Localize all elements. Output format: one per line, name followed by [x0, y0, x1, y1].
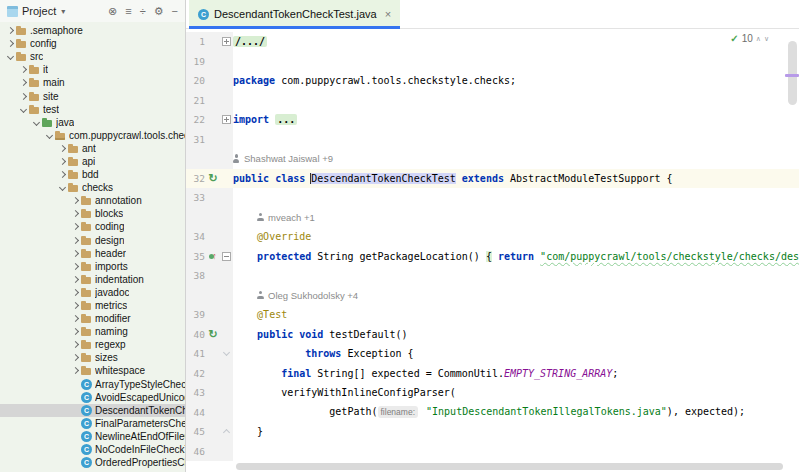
tree-item[interactable]: NewlineAtEndOfFileCheckTest — [0, 430, 185, 443]
gutter[interactable]: 20 — [186, 71, 233, 91]
code-line[interactable]: 43 verifyWithInlineConfigParser( — [186, 383, 799, 403]
code-line[interactable]: 41 throws Exception { — [186, 344, 799, 364]
code-line[interactable]: 42 final String[] expected = CommonUtil.… — [186, 364, 799, 384]
tree-item[interactable]: regexp — [0, 338, 185, 351]
chevron-right-icon[interactable] — [70, 261, 80, 271]
gutter[interactable]: 34 — [186, 227, 233, 247]
tree-item[interactable]: NoCodeInFileCheckTest — [0, 443, 185, 456]
chevron-right-icon[interactable] — [5, 26, 15, 36]
tree-item[interactable]: ant — [0, 142, 185, 155]
gutter[interactable]: 1 — [186, 32, 233, 52]
chevron-right-icon[interactable] — [70, 301, 80, 311]
tree-item[interactable]: imports — [0, 260, 185, 273]
chevron-right-icon[interactable] — [70, 209, 80, 219]
fold-range-icon[interactable] — [222, 427, 231, 436]
tree-item[interactable]: DescendantTokenCheckTest — [0, 404, 185, 417]
gutter[interactable]: 32↻ — [186, 169, 233, 189]
code-line[interactable]: 22import ... — [186, 110, 799, 130]
chevron-right-icon[interactable] — [18, 78, 28, 88]
code-line[interactable]: 34 @Override — [186, 227, 799, 247]
project-tree[interactable]: .semaphoreconfigsrcitmainsitetestjavacom… — [0, 22, 185, 472]
tree-item[interactable]: api — [0, 155, 185, 168]
code-line[interactable]: 1/.../ — [186, 32, 799, 52]
tree-item[interactable]: modifier — [0, 312, 185, 325]
tree-item[interactable]: sizes — [0, 351, 185, 364]
code-line[interactable]: 19 — [186, 52, 799, 72]
chevron-down-icon[interactable] — [18, 104, 28, 114]
tree-item[interactable]: blocks — [0, 207, 185, 220]
run-test-icon[interactable]: ↻ — [205, 173, 221, 184]
gutter[interactable]: 39 — [186, 305, 233, 325]
code-line[interactable]: 46 — [186, 442, 799, 462]
gutter[interactable]: 46 — [186, 442, 233, 462]
tree-item[interactable]: java — [0, 116, 185, 129]
gutter[interactable]: 41 — [186, 344, 233, 364]
tree-item[interactable]: AvoidEscapedUnicodeCharactersChe — [0, 391, 185, 404]
tree-item[interactable]: naming — [0, 325, 185, 338]
run-test-icon[interactable]: ↻ — [205, 329, 221, 340]
fold-collapse-icon[interactable] — [222, 252, 231, 261]
tree-item[interactable]: test — [0, 103, 185, 116]
code-author-annotation[interactable]: Shashwat Jaiswal +9 — [186, 149, 799, 169]
chevron-right-icon[interactable] — [70, 196, 80, 206]
select-opened-file-icon[interactable]: ⊗ — [108, 6, 117, 17]
code-line[interactable]: 33 — [186, 188, 799, 208]
code-line[interactable]: 39 @Test — [186, 305, 799, 325]
tree-item[interactable]: src — [0, 50, 185, 63]
chevron-right-icon[interactable] — [18, 65, 28, 75]
chevron-down-icon[interactable] — [57, 183, 67, 193]
tree-item[interactable]: config — [0, 37, 185, 50]
code-line[interactable]: 21 — [186, 91, 799, 111]
chevron-right-icon[interactable] — [70, 235, 80, 245]
gutter[interactable]: 21 — [186, 91, 233, 111]
chevron-right-icon[interactable] — [70, 327, 80, 337]
code-author-annotation[interactable]: Oleg Sukhodolsky +4 — [186, 286, 799, 306]
chevron-down-icon[interactable] — [31, 117, 41, 127]
chevron-right-icon[interactable] — [70, 287, 80, 297]
code-line[interactable]: 35↑ protected String getPackageLocation(… — [186, 247, 799, 267]
gutter[interactable]: 44 — [186, 403, 233, 423]
tree-item[interactable]: javadoc — [0, 286, 185, 299]
code-author-annotation[interactable]: mveach +1 — [186, 208, 799, 228]
fold-expand-icon[interactable] — [222, 115, 231, 124]
gutter[interactable]: 35↑ — [186, 247, 233, 267]
chevron-right-icon[interactable] — [70, 222, 80, 232]
vertical-scrollbar-thumb[interactable] — [788, 41, 797, 105]
tree-item[interactable]: com.puppycrawl.tools.checkstyle — [0, 129, 185, 142]
hide-panel-icon[interactable]: − — [172, 6, 178, 17]
code-line[interactable]: 31 — [186, 130, 799, 150]
gutter[interactable]: 43 — [186, 383, 233, 403]
tree-item[interactable]: .semaphore — [0, 24, 185, 37]
code-line[interactable]: 40↻ public void testDefault() — [186, 325, 799, 345]
tree-item[interactable]: OrderedPropertiesCheckTest — [0, 456, 185, 469]
code-line[interactable]: 38 — [186, 266, 799, 286]
chevron-right-icon[interactable] — [18, 91, 28, 101]
tree-item[interactable]: ArrayTypeStyleCheckTest — [0, 378, 185, 391]
fold-range-icon[interactable] — [222, 349, 231, 358]
editor-tab-active[interactable]: DescendantTokenCheckTest.java × — [189, 0, 400, 28]
tree-item[interactable]: main — [0, 76, 185, 89]
next-problem-icon[interactable]: ∨ — [764, 35, 769, 43]
gutter[interactable]: 38 — [186, 266, 233, 286]
overriding-method-icon[interactable]: ↑ — [205, 252, 221, 261]
chevron-right-icon[interactable] — [70, 248, 80, 258]
tree-item[interactable]: site — [0, 89, 185, 102]
horizontal-scrollbar[interactable] — [236, 463, 783, 470]
chevron-right-icon[interactable] — [57, 156, 67, 166]
tree-item[interactable]: header — [0, 247, 185, 260]
gutter[interactable]: 45 — [186, 422, 233, 442]
chevron-right-icon[interactable] — [70, 274, 80, 284]
code-line[interactable]: 45 } — [186, 422, 799, 442]
tree-item[interactable]: FinalParametersCheckTest — [0, 417, 185, 430]
tree-item[interactable]: whitespace — [0, 364, 185, 377]
chevron-right-icon[interactable] — [57, 170, 67, 180]
tree-item[interactable]: checks — [0, 181, 185, 194]
gutter[interactable]: 31 — [186, 130, 233, 150]
code-line[interactable]: 20package com.puppycrawl.tools.checkstyl… — [186, 71, 799, 91]
gutter[interactable]: 19 — [186, 52, 233, 72]
tree-item[interactable]: metrics — [0, 299, 185, 312]
chevron-down-icon[interactable] — [44, 130, 54, 140]
tree-item[interactable]: indentation — [0, 273, 185, 286]
chevron-right-icon[interactable] — [70, 314, 80, 324]
code-line[interactable]: 32↻public class DescendantTokenCheckTest… — [186, 169, 799, 189]
